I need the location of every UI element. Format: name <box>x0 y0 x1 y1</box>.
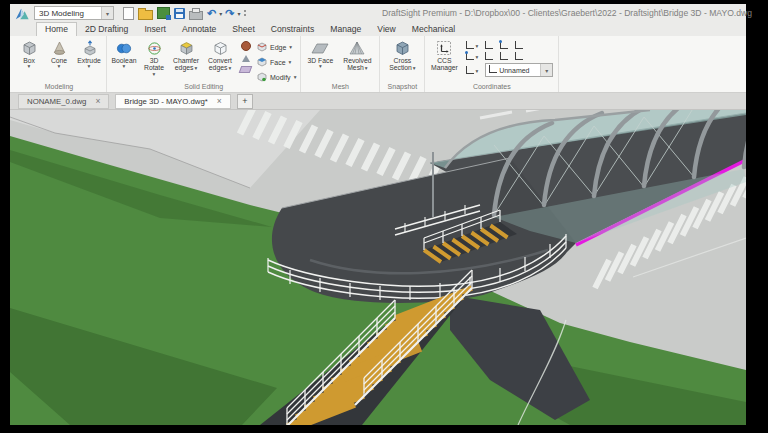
document-tab-label: NONAME_0.dwg <box>27 97 86 106</box>
new-file-button[interactable] <box>123 6 134 21</box>
face-menu-button[interactable]: Face ▾ <box>257 57 296 68</box>
axis-icon <box>500 52 508 60</box>
save-icon <box>174 8 185 19</box>
cone-button[interactable]: Cone ▾ <box>44 38 74 70</box>
document-tab-noname[interactable]: NONAME_0.dwg × <box>18 94 109 109</box>
ribbon-group-modeling: Box ▾ Cone ▾ Extrude ▾ Modeling <box>12 36 107 92</box>
ccs-tools-grid: ▾ ▾ ▾ Unname <box>461 38 556 77</box>
redo-button[interactable]: ↷ <box>225 6 234 21</box>
ccs-tool-button[interactable] <box>515 52 523 60</box>
undo-button[interactable]: ↶ <box>207 6 216 21</box>
convert-edges-button[interactable]: Convert edges▾ <box>203 38 237 72</box>
close-icon[interactable]: × <box>217 97 222 106</box>
tab-2d-drafting[interactable]: 2D Drafting <box>77 23 136 36</box>
draftsight-logo-icon <box>12 5 32 21</box>
ccs-manager-button[interactable]: CCS Manager <box>427 38 461 72</box>
chevron-down-icon: ▾ <box>475 44 478 50</box>
sphere-tool-icon[interactable] <box>241 41 251 51</box>
convert-edges-label: Convert edges▾ <box>203 57 237 72</box>
open-button[interactable] <box>138 6 153 21</box>
ccs-tool-button[interactable]: ▾ <box>466 66 478 74</box>
save-button[interactable] <box>174 6 185 21</box>
chevron-down-icon[interactable]: ▾ <box>101 7 113 19</box>
cone-icon <box>51 39 68 57</box>
chevron-down-icon[interactable]: ▾ <box>540 64 552 76</box>
wedge-tool-icon[interactable] <box>242 55 250 62</box>
title-bar: 3D Modeling ▾ ↶ ▾ ↷ ▾ DraftSight Premium… <box>10 4 746 22</box>
document-tab-bridge[interactable]: Bridge 3D - MAYO.dwg* × <box>115 94 230 109</box>
ribbon-empty-space <box>559 36 746 92</box>
ccs-tool-button[interactable] <box>500 52 508 60</box>
quick-access-toolbar: ↶ ▾ ↷ ▾ <box>121 6 246 21</box>
tab-mechanical[interactable]: Mechanical <box>404 23 463 36</box>
chamfer-edges-button[interactable]: Chamfer edges▾ <box>169 38 203 72</box>
box-button[interactable]: Box ▾ <box>14 38 44 70</box>
tab-constraints[interactable]: Constraints <box>263 23 322 36</box>
ribbon-group-snapshot: Cross Section▾ Snapshot <box>380 36 425 92</box>
new-document-tab-button[interactable]: + <box>237 94 253 109</box>
ccs-tool-button[interactable] <box>485 41 493 49</box>
3d-rotate-label: 3D Rotate <box>139 57 169 72</box>
edge-menu-button[interactable]: Edge ▾ <box>257 42 296 53</box>
convert-edges-icon <box>212 39 229 57</box>
chevron-down-icon: ▾ <box>475 55 478 61</box>
new-file-icon <box>123 7 134 20</box>
axis-icon <box>466 52 474 60</box>
face-icon <box>257 57 267 68</box>
axis-icon <box>515 52 523 60</box>
tab-manage[interactable]: Manage <box>322 23 369 36</box>
ccs-tool-button[interactable] <box>485 52 493 60</box>
draftsight-window: 3D Modeling ▾ ↶ ▾ ↷ ▾ DraftSight Premium… <box>10 4 746 425</box>
window-title: DraftSight Premium - D:\Dropbox\00 - Cli… <box>382 8 752 18</box>
boolean-button[interactable]: Boolean ▾ <box>109 38 139 70</box>
customize-toolbar-icon[interactable] <box>244 10 246 16</box>
cross-section-button[interactable]: Cross Section▾ <box>382 38 422 72</box>
cross-section-label: Cross Section▾ <box>382 57 422 72</box>
revolved-mesh-icon <box>347 39 367 57</box>
chevron-down-icon: ▾ <box>475 69 478 75</box>
group-label-modeling: Modeling <box>14 83 104 92</box>
print-button[interactable] <box>189 6 203 21</box>
save-as-icon <box>157 7 170 19</box>
ccs-tool-button[interactable] <box>515 41 523 49</box>
chevron-down-icon: ▾ <box>28 64 31 70</box>
ccs-tool-button[interactable]: ▾ <box>466 41 478 49</box>
chamfer-edges-label: Chamfer edges▾ <box>169 57 203 72</box>
revolved-mesh-button[interactable]: Revolved Mesh▾ <box>337 38 377 72</box>
cross-section-icon <box>394 39 411 57</box>
axis-icon <box>485 52 493 60</box>
close-icon[interactable]: × <box>95 97 100 106</box>
redo-icon: ↷ <box>225 8 234 18</box>
redo-dropdown[interactable]: ▾ <box>237 10 240 17</box>
ccs-name-selector[interactable]: Unnamed ▾ <box>485 63 553 77</box>
save-as-button[interactable] <box>157 6 170 21</box>
extrude-button[interactable]: Extrude ▾ <box>74 38 104 70</box>
eraser-tool-icon[interactable] <box>239 66 253 73</box>
axis-icon <box>485 41 493 49</box>
ribbon-group-solid-editing: Boolean ▾ 3D Rotate ▾ Chamfer edges▾ Con… <box>107 36 301 92</box>
tab-insert[interactable]: Insert <box>136 23 174 36</box>
boolean-icon <box>115 39 133 57</box>
document-tab-label: Bridge 3D - MAYO.dwg* <box>124 97 208 106</box>
undo-dropdown[interactable]: ▾ <box>219 10 222 17</box>
ribbon-group-coordinates: CCS Manager ▾ ▾ <box>425 36 559 92</box>
open-folder-icon <box>138 10 153 20</box>
tab-sheet[interactable]: Sheet <box>224 23 262 36</box>
3d-face-button[interactable]: 3D Face ▾ <box>303 38 337 70</box>
ccs-tool-button[interactable]: ▾ <box>466 52 478 60</box>
print-icon <box>189 11 203 20</box>
group-label-mesh: Mesh <box>303 83 377 92</box>
workspace-selector[interactable]: 3D Modeling ▾ <box>34 6 114 20</box>
chevron-down-icon: ▾ <box>58 64 61 70</box>
tab-home[interactable]: Home <box>36 22 77 36</box>
viewport-canvas[interactable] <box>10 110 746 425</box>
tab-view[interactable]: View <box>369 23 403 36</box>
drawing-viewport[interactable] <box>10 110 746 425</box>
modify-icon <box>257 72 267 83</box>
edge-label: Edge <box>270 44 286 51</box>
tab-annotate[interactable]: Annotate <box>174 23 224 36</box>
ccs-tool-button[interactable] <box>500 41 508 49</box>
ribbon-tab-bar: Home 2D Drafting Insert Annotate Sheet C… <box>10 22 746 36</box>
modify-menu-button[interactable]: Modify ▾ <box>257 72 296 83</box>
3d-rotate-button[interactable]: 3D Rotate ▾ <box>139 38 169 77</box>
